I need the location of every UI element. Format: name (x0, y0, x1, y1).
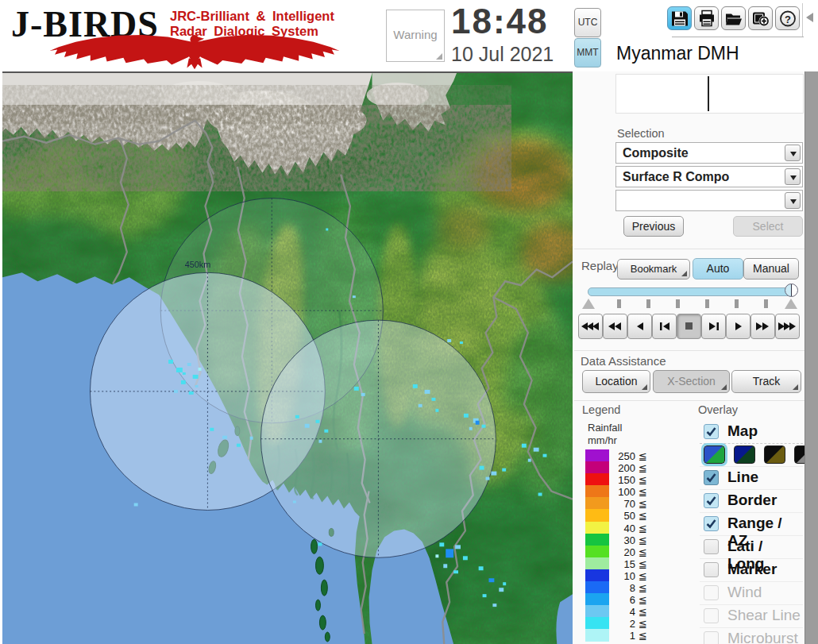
legend-row: 100≦ (585, 485, 681, 497)
legend-lte-symbol: ≦ (639, 486, 647, 498)
manual-button[interactable]: Manual (743, 258, 799, 280)
warning-box[interactable]: Warning (386, 10, 445, 62)
step-backward-button[interactable] (652, 314, 677, 339)
replay-tick (646, 299, 650, 308)
rain-echo (439, 542, 444, 546)
rain-echo (446, 549, 453, 557)
legend-value: 20 (612, 546, 635, 558)
legend-lte-symbol: ≦ (639, 523, 647, 534)
panel-edge-strip[interactable] (804, 71, 818, 644)
rain-echo (431, 398, 435, 401)
help-button[interactable]: ? (775, 6, 800, 30)
style-black-olive-swatch[interactable] (764, 445, 785, 464)
stop-button[interactable] (677, 314, 701, 339)
chevron-down-icon[interactable] (785, 145, 801, 161)
replay-tick (676, 299, 680, 308)
separator (574, 350, 804, 351)
open-folder-button[interactable] (721, 6, 746, 30)
legend-row: 8≦ (585, 581, 681, 593)
legend-lte-symbol: ≦ (639, 546, 647, 558)
sub-product-combobox[interactable] (615, 190, 803, 211)
auto-button[interactable]: Auto (693, 258, 743, 280)
rain-echo (528, 459, 531, 462)
rain-echo (324, 430, 328, 433)
rain-echo (181, 380, 186, 384)
replay-range-end-marker[interactable] (785, 299, 797, 309)
bookmark-button[interactable]: Bookmark (617, 259, 690, 280)
replay-slider-track[interactable] (588, 287, 796, 296)
legend-row: 30≦ (585, 534, 681, 546)
microburst-checkbox (704, 631, 719, 644)
track-button[interactable]: Track (731, 370, 801, 393)
header-bar: J-BIRDS JRC-Brilliant & Intelligent Rada… (0, 0, 818, 71)
border-checkbox[interactable] (704, 493, 719, 508)
overlay-row-microburst: Microburst (700, 628, 803, 644)
warning-resize-grip[interactable] (436, 53, 442, 60)
legend-value: 15 (612, 558, 635, 570)
mmt-button[interactable]: MMT (574, 38, 601, 67)
add-image-button[interactable] (748, 6, 773, 30)
rain-echo (295, 415, 299, 418)
data-assistance-label: Data Assistance (581, 354, 666, 368)
rain-echo (250, 437, 253, 440)
chevron-down-icon[interactable] (785, 168, 801, 185)
overlay-row-range-az: Range / AZ (700, 513, 803, 536)
rain-echo (464, 414, 469, 418)
range-az-checkbox[interactable] (704, 516, 719, 531)
fast-forward-button[interactable] (750, 314, 775, 339)
select-button[interactable]: Select (733, 216, 803, 237)
rain-echo (479, 566, 484, 570)
collapse-panel-arrow-icon[interactable] (806, 13, 813, 22)
legend-lte-symbol: ≦ (639, 594, 647, 606)
play-forward-button[interactable] (726, 314, 750, 339)
overlay-row-wind: Wind (700, 582, 803, 605)
svg-text:450km: 450km (185, 260, 211, 269)
rain-echo (522, 444, 527, 448)
line-checkbox[interactable] (704, 470, 719, 485)
clock-date: 10 Jul 2021 (451, 43, 554, 66)
legend-value: 6 (612, 594, 635, 606)
style-navy-darkgreen-swatch[interactable] (734, 445, 755, 464)
play-backward-button[interactable] (627, 314, 652, 339)
legend-value: 50 (612, 510, 635, 522)
fast-rewind-all-button[interactable] (578, 314, 603, 339)
replay-section-label: Replay (581, 259, 619, 272)
radar-map[interactable]: 450km (2, 73, 573, 644)
style-blue-green-swatch[interactable] (704, 445, 725, 464)
legend-value: 1 (612, 630, 635, 642)
rain-echo (469, 427, 473, 430)
replay-tick (764, 299, 768, 308)
legend-lte-symbol: ≦ (639, 534, 647, 546)
previous-button[interactable]: Previous (623, 216, 684, 237)
rain-echo (435, 554, 438, 557)
overlay-list: MapLineBorderRange / AZLati / LongMarker… (700, 421, 803, 644)
legend-lte-symbol: ≦ (639, 558, 647, 570)
product-type-combobox[interactable]: Composite (615, 142, 803, 164)
rain-echo (502, 469, 506, 472)
print-button[interactable] (694, 6, 719, 30)
map-checkbox[interactable] (704, 424, 719, 439)
xsection-button[interactable]: X-Section (653, 370, 730, 393)
rain-echo (460, 341, 463, 344)
chevron-down-icon[interactable] (785, 192, 801, 209)
product-combobox[interactable]: Surface R Compo (615, 166, 803, 187)
location-button[interactable]: Location (582, 370, 650, 393)
replay-range-start-marker[interactable] (582, 299, 595, 309)
rain-echo (455, 545, 461, 549)
rain-echo (353, 295, 356, 298)
legend-row: 15≦ (585, 557, 681, 569)
overlay-item-label: Microburst (727, 630, 798, 644)
replay-slider-handle[interactable] (785, 283, 798, 297)
step-forward-button[interactable] (701, 314, 726, 339)
fast-forward-all-button[interactable] (775, 314, 800, 339)
rain-echo (222, 436, 227, 439)
utc-button[interactable]: UTC (574, 8, 601, 37)
legend-value: 4 (612, 606, 635, 618)
save-button[interactable] (667, 6, 692, 30)
fast-rewind-button[interactable] (603, 314, 627, 339)
marker-checkbox[interactable] (704, 562, 719, 577)
legend-row: 70≦ (585, 497, 681, 509)
lati-long-checkbox[interactable] (704, 539, 719, 554)
legend-lte-symbol: ≦ (639, 570, 647, 582)
overlay-row-marker: Marker (700, 559, 803, 582)
